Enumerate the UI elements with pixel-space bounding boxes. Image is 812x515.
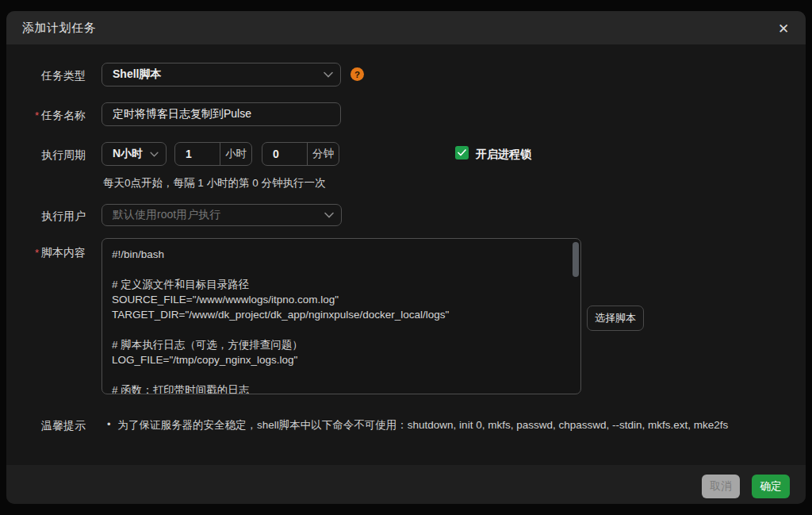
- tips-label: 温馨提示: [6, 419, 86, 432]
- close-icon[interactable]: ✕: [774, 19, 793, 38]
- add-cron-task-dialog: 添加计划任务 ✕ 任务类型 Shell脚本 ? *任务名称 执行周期 N小时 小…: [6, 11, 806, 504]
- exec-user-select[interactable]: 默认使用root用户执行: [102, 204, 342, 226]
- hour-input[interactable]: [175, 143, 220, 165]
- exec-user-placeholder: 默认使用root用户执行: [113, 208, 320, 222]
- minute-input[interactable]: [262, 143, 307, 165]
- schedule-period-select[interactable]: N小时: [102, 142, 167, 166]
- process-lock-label[interactable]: 开启进程锁: [476, 148, 531, 162]
- required-marker: *: [35, 110, 39, 121]
- hour-input-group: 小时: [174, 142, 252, 166]
- check-icon: [458, 149, 466, 156]
- tip-item: • 为了保证服务器的安全稳定，shell脚本中以下命令不可使用：shutdown…: [107, 418, 728, 432]
- help-icon[interactable]: ?: [350, 67, 364, 81]
- task-name-label: *任务名称: [6, 109, 86, 122]
- script-content-textarea[interactable]: #!/bin/bash # 定义源文件和目标目录路径 SOURCE_FILE="…: [102, 238, 581, 394]
- chevron-down-icon: [320, 205, 338, 225]
- minute-input-group: 分钟: [262, 142, 339, 166]
- task-type-select[interactable]: Shell脚本: [102, 63, 341, 86]
- select-script-button[interactable]: 选择脚本: [587, 306, 644, 331]
- dialog-footer: 取消 确定: [6, 465, 806, 504]
- bullet-icon: •: [107, 418, 111, 432]
- tip-text: 为了保证服务器的安全稳定，shell脚本中以下命令不可使用：shutdown, …: [118, 418, 729, 432]
- schedule-summary-text: 每天0点开始，每隔 1 小时的第 0 分钟执行一次: [103, 176, 326, 190]
- confirm-button[interactable]: 确定: [752, 475, 790, 498]
- script-label: *脚本内容: [6, 246, 86, 259]
- chevron-down-icon: [320, 63, 337, 86]
- hour-unit-label: 小时: [220, 143, 251, 165]
- process-lock-checkbox[interactable]: [455, 146, 469, 159]
- minute-unit-label: 分钟: [307, 143, 339, 165]
- task-type-selected-value: Shell脚本: [113, 67, 320, 82]
- schedule-period-value: N小时: [113, 147, 145, 161]
- task-name-input[interactable]: [102, 102, 341, 126]
- textarea-scrollbar[interactable]: [573, 242, 579, 277]
- schedule-label: 执行周期: [6, 148, 86, 161]
- page-title: 添加计划任务: [22, 21, 96, 36]
- exec-user-label: 执行用户: [6, 209, 86, 222]
- dialog-header: 添加计划任务: [6, 11, 806, 44]
- task-type-label: 任务类型: [6, 69, 86, 82]
- required-marker: *: [35, 247, 39, 259]
- cancel-button[interactable]: 取消: [702, 475, 740, 498]
- chevron-down-icon: [145, 143, 163, 165]
